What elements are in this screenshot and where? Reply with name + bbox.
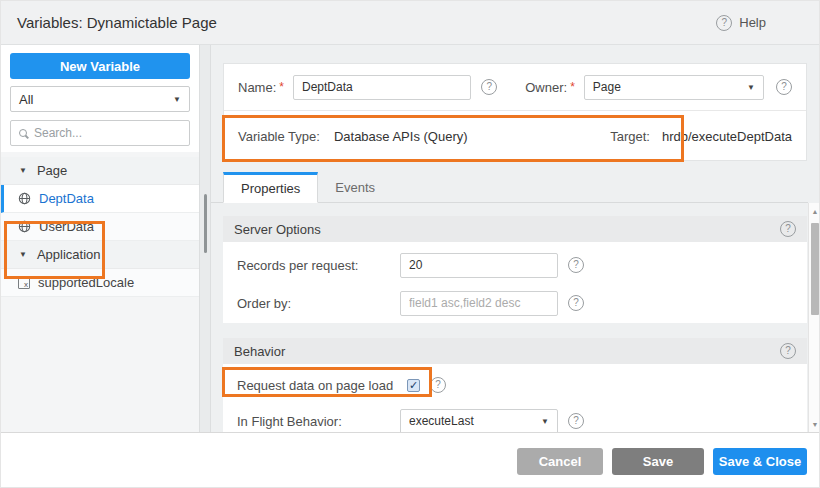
request-data-help-icon[interactable]: ?: [430, 377, 446, 393]
chevron-down-icon: ▼: [747, 83, 755, 92]
search-input[interactable]: [34, 126, 174, 140]
in-flight-select-value: executeLast: [409, 414, 474, 428]
tree-group-label: Page: [37, 163, 67, 178]
help-button[interactable]: ? Help: [716, 15, 766, 31]
required-asterisk: *: [570, 80, 575, 94]
variables-sidebar: New Variable All ▼ ▼ Page DeptDa: [1, 45, 199, 432]
tree-group-page[interactable]: ▼ Page: [1, 157, 199, 185]
order-by-help-icon[interactable]: ?: [568, 295, 584, 311]
target-label: Target:: [610, 129, 650, 144]
cancel-button[interactable]: Cancel: [517, 448, 603, 475]
main-scrollbar-thumb[interactable]: [811, 223, 819, 315]
records-per-request-row: Records per request: ?: [237, 248, 793, 282]
type-target-row: Variable Type: Database APIs (Query) Tar…: [224, 111, 806, 161]
tab-bar: Properties Events: [211, 173, 808, 203]
service-variable-icon: [18, 220, 31, 233]
owner-help-icon[interactable]: ?: [776, 79, 792, 95]
order-by-row: Order by: ?: [237, 286, 793, 320]
variables-tree: ▼ Page DeptData UserData: [1, 157, 199, 297]
service-variable-icon: [18, 192, 31, 205]
tree-group-label: Application: [37, 247, 101, 262]
save-button[interactable]: Save: [612, 448, 704, 475]
tree-item-label: DeptData: [39, 191, 94, 206]
server-options-title: Server Options: [234, 222, 321, 237]
help-label: Help: [739, 15, 766, 30]
search-box: [10, 120, 190, 146]
order-by-input[interactable]: [400, 291, 558, 316]
sidebar-controls: New Variable All ▼: [1, 45, 199, 152]
request-data-row: Request data on page load ✓ ?: [237, 371, 793, 399]
sidebar-divider: [199, 45, 211, 432]
properties-sections: Server Options ? Records per request: ? …: [223, 216, 807, 432]
model-variable-icon: x: [18, 277, 30, 289]
name-input[interactable]: [293, 75, 471, 100]
tree-item-supportedlocale[interactable]: x supportedLocale: [1, 269, 199, 297]
collapse-triangle-icon: ▼: [19, 250, 27, 259]
tab-properties[interactable]: Properties: [223, 172, 318, 203]
check-icon: ✓: [409, 380, 418, 391]
behavior-body: Request data on page load ✓ ? In Flight …: [223, 364, 807, 432]
tree-item-deptdata[interactable]: DeptData: [1, 185, 199, 213]
scrollbar-down-icon[interactable]: ▼: [809, 418, 820, 430]
in-flight-help-icon[interactable]: ?: [568, 413, 584, 429]
tree-group-application[interactable]: ▼ Application: [1, 241, 199, 269]
tree-item-userdata[interactable]: UserData: [1, 213, 199, 241]
section-gap: [223, 323, 807, 338]
variables-dialog: Variables: Dynamictable Page ? Help New …: [0, 0, 820, 488]
main-scrollbar[interactable]: ▲ ▼: [808, 203, 820, 432]
variable-summary-panel: Name:* ? Owner:* Page ▼ ? Variable Type:…: [223, 63, 807, 161]
name-label: Name:: [238, 80, 276, 95]
name-owner-row: Name:* ? Owner:* Page ▼ ?: [224, 64, 806, 110]
server-options-body: Records per request: ? Order by: ?: [223, 242, 807, 323]
filter-select[interactable]: All ▼: [10, 86, 190, 112]
scrollbar-up-icon[interactable]: ▲: [809, 205, 820, 217]
page-title: Variables: Dynamictable Page: [17, 14, 217, 31]
required-asterisk: *: [279, 80, 284, 94]
variable-type-label: Variable Type:: [238, 129, 320, 144]
tab-events[interactable]: Events: [318, 172, 392, 202]
records-input[interactable]: [400, 253, 558, 278]
target-value: hrdb/executeDeptData: [662, 129, 792, 144]
records-label: Records per request:: [237, 258, 400, 273]
filter-select-value: All: [19, 92, 33, 107]
owner-select[interactable]: Page ▼: [584, 75, 764, 100]
request-data-label: Request data on page load: [237, 378, 393, 393]
chevron-down-icon: ▼: [173, 95, 181, 104]
owner-label: Owner:: [525, 80, 567, 95]
save-close-button[interactable]: Save & Close: [713, 448, 807, 475]
chevron-down-icon: ▼: [541, 417, 549, 426]
behavior-title: Behavior: [234, 344, 285, 359]
new-variable-button[interactable]: New Variable: [10, 53, 190, 79]
server-options-header: Server Options ?: [223, 216, 807, 242]
in-flight-select[interactable]: executeLast ▼: [400, 409, 558, 434]
tree-item-label: supportedLocale: [38, 275, 134, 290]
records-help-icon[interactable]: ?: [568, 257, 584, 273]
main-content: Name:* ? Owner:* Page ▼ ? Variable Type:…: [211, 45, 820, 432]
order-by-label: Order by:: [237, 296, 400, 311]
server-options-help-icon[interactable]: ?: [780, 221, 796, 237]
search-icon: [19, 129, 28, 138]
dialog-footer: Cancel Save Save & Close: [1, 432, 820, 488]
in-flight-label: In Flight Behavior:: [237, 414, 400, 429]
behavior-header: Behavior ?: [223, 338, 807, 364]
help-question-icon: ?: [716, 15, 732, 31]
variable-type-value: Database APIs (Query): [334, 129, 562, 144]
owner-select-value: Page: [593, 80, 621, 94]
sidebar-scrollbar-thumb[interactable]: [204, 194, 207, 253]
dialog-header: Variables: Dynamictable Page ? Help: [1, 1, 820, 45]
collapse-triangle-icon: ▼: [19, 166, 27, 175]
request-data-checkbox[interactable]: ✓: [407, 379, 420, 392]
tree-item-label: UserData: [39, 219, 94, 234]
behavior-help-icon[interactable]: ?: [780, 343, 796, 359]
name-help-icon[interactable]: ?: [481, 79, 497, 95]
